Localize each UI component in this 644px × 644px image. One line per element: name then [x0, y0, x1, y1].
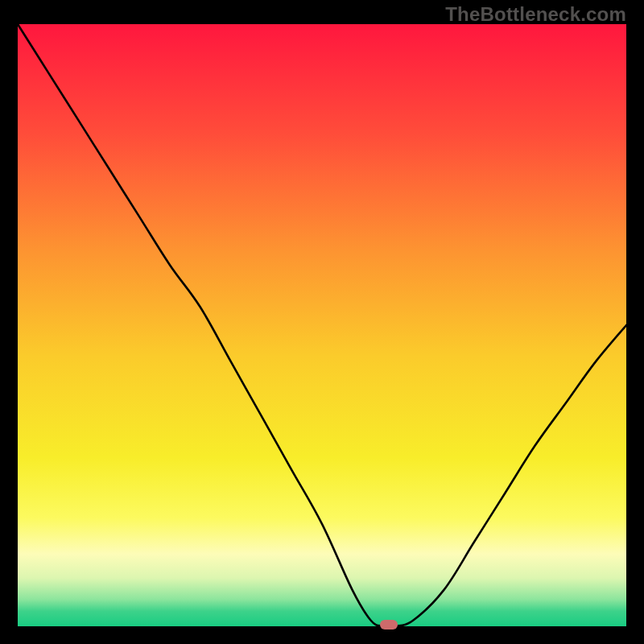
plot-area: [18, 24, 626, 626]
bottleneck-curve: [18, 24, 626, 626]
chart-container: TheBottleneck.com: [0, 0, 644, 644]
optimal-point-marker: [380, 620, 398, 630]
watermark-label: TheBottleneck.com: [445, 3, 626, 26]
